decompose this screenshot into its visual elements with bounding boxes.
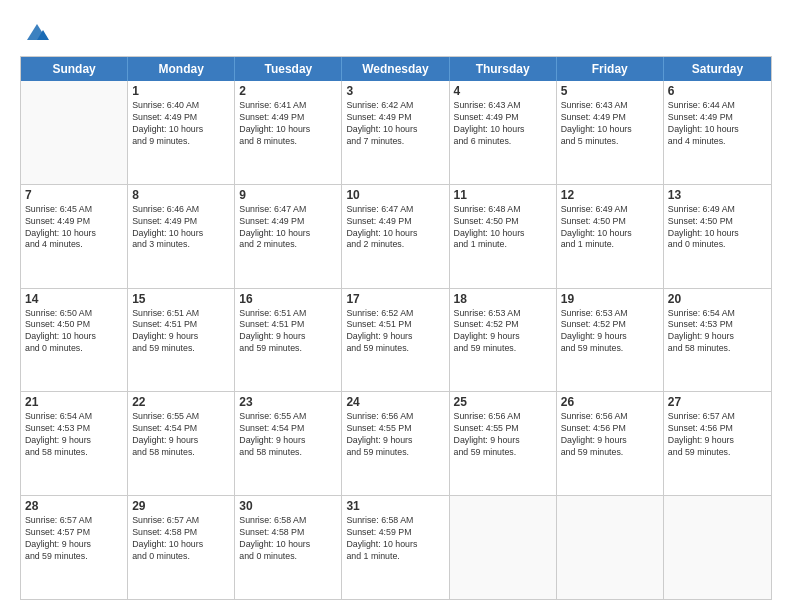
calendar-cell: 20Sunrise: 6:54 AM Sunset: 4:53 PM Dayli… bbox=[664, 289, 771, 392]
day-number: 16 bbox=[239, 292, 337, 306]
cell-info: Sunrise: 6:58 AM Sunset: 4:58 PM Dayligh… bbox=[239, 515, 337, 563]
cell-info: Sunrise: 6:47 AM Sunset: 4:49 PM Dayligh… bbox=[239, 204, 337, 252]
page: SundayMondayTuesdayWednesdayThursdayFrid… bbox=[0, 0, 792, 612]
calendar-row: 1Sunrise: 6:40 AM Sunset: 4:49 PM Daylig… bbox=[21, 81, 771, 185]
cell-info: Sunrise: 6:49 AM Sunset: 4:50 PM Dayligh… bbox=[561, 204, 659, 252]
cell-info: Sunrise: 6:57 AM Sunset: 4:56 PM Dayligh… bbox=[668, 411, 767, 459]
day-number: 5 bbox=[561, 84, 659, 98]
calendar-cell: 10Sunrise: 6:47 AM Sunset: 4:49 PM Dayli… bbox=[342, 185, 449, 288]
cell-info: Sunrise: 6:48 AM Sunset: 4:50 PM Dayligh… bbox=[454, 204, 552, 252]
cell-info: Sunrise: 6:40 AM Sunset: 4:49 PM Dayligh… bbox=[132, 100, 230, 148]
calendar-cell: 16Sunrise: 6:51 AM Sunset: 4:51 PM Dayli… bbox=[235, 289, 342, 392]
day-number: 3 bbox=[346, 84, 444, 98]
day-number: 22 bbox=[132, 395, 230, 409]
calendar-cell: 25Sunrise: 6:56 AM Sunset: 4:55 PM Dayli… bbox=[450, 392, 557, 495]
cell-info: Sunrise: 6:51 AM Sunset: 4:51 PM Dayligh… bbox=[239, 308, 337, 356]
cell-info: Sunrise: 6:43 AM Sunset: 4:49 PM Dayligh… bbox=[561, 100, 659, 148]
cell-info: Sunrise: 6:56 AM Sunset: 4:55 PM Dayligh… bbox=[346, 411, 444, 459]
cell-info: Sunrise: 6:43 AM Sunset: 4:49 PM Dayligh… bbox=[454, 100, 552, 148]
weekday-header: Wednesday bbox=[342, 57, 449, 81]
logo bbox=[20, 18, 51, 46]
day-number: 19 bbox=[561, 292, 659, 306]
cell-info: Sunrise: 6:47 AM Sunset: 4:49 PM Dayligh… bbox=[346, 204, 444, 252]
calendar-cell: 23Sunrise: 6:55 AM Sunset: 4:54 PM Dayli… bbox=[235, 392, 342, 495]
day-number: 30 bbox=[239, 499, 337, 513]
day-number: 14 bbox=[25, 292, 123, 306]
calendar-cell: 8Sunrise: 6:46 AM Sunset: 4:49 PM Daylig… bbox=[128, 185, 235, 288]
weekday-header: Monday bbox=[128, 57, 235, 81]
calendar-cell: 12Sunrise: 6:49 AM Sunset: 4:50 PM Dayli… bbox=[557, 185, 664, 288]
cell-info: Sunrise: 6:54 AM Sunset: 4:53 PM Dayligh… bbox=[668, 308, 767, 356]
cell-info: Sunrise: 6:57 AM Sunset: 4:57 PM Dayligh… bbox=[25, 515, 123, 563]
day-number: 23 bbox=[239, 395, 337, 409]
cell-info: Sunrise: 6:55 AM Sunset: 4:54 PM Dayligh… bbox=[132, 411, 230, 459]
cell-info: Sunrise: 6:46 AM Sunset: 4:49 PM Dayligh… bbox=[132, 204, 230, 252]
day-number: 10 bbox=[346, 188, 444, 202]
calendar-cell: 5Sunrise: 6:43 AM Sunset: 4:49 PM Daylig… bbox=[557, 81, 664, 184]
calendar-cell: 1Sunrise: 6:40 AM Sunset: 4:49 PM Daylig… bbox=[128, 81, 235, 184]
day-number: 21 bbox=[25, 395, 123, 409]
calendar-cell: 11Sunrise: 6:48 AM Sunset: 4:50 PM Dayli… bbox=[450, 185, 557, 288]
cell-info: Sunrise: 6:53 AM Sunset: 4:52 PM Dayligh… bbox=[561, 308, 659, 356]
day-number: 24 bbox=[346, 395, 444, 409]
calendar-cell bbox=[664, 496, 771, 599]
calendar-cell: 6Sunrise: 6:44 AM Sunset: 4:49 PM Daylig… bbox=[664, 81, 771, 184]
day-number: 11 bbox=[454, 188, 552, 202]
header bbox=[20, 18, 772, 46]
day-number: 29 bbox=[132, 499, 230, 513]
cell-info: Sunrise: 6:56 AM Sunset: 4:55 PM Dayligh… bbox=[454, 411, 552, 459]
day-number: 15 bbox=[132, 292, 230, 306]
calendar-cell: 9Sunrise: 6:47 AM Sunset: 4:49 PM Daylig… bbox=[235, 185, 342, 288]
day-number: 20 bbox=[668, 292, 767, 306]
day-number: 18 bbox=[454, 292, 552, 306]
calendar-cell: 28Sunrise: 6:57 AM Sunset: 4:57 PM Dayli… bbox=[21, 496, 128, 599]
cell-info: Sunrise: 6:42 AM Sunset: 4:49 PM Dayligh… bbox=[346, 100, 444, 148]
calendar-cell bbox=[450, 496, 557, 599]
calendar-cell: 4Sunrise: 6:43 AM Sunset: 4:49 PM Daylig… bbox=[450, 81, 557, 184]
weekday-header: Thursday bbox=[450, 57, 557, 81]
day-number: 13 bbox=[668, 188, 767, 202]
calendar-cell: 21Sunrise: 6:54 AM Sunset: 4:53 PM Dayli… bbox=[21, 392, 128, 495]
calendar-row: 28Sunrise: 6:57 AM Sunset: 4:57 PM Dayli… bbox=[21, 496, 771, 599]
calendar-row: 21Sunrise: 6:54 AM Sunset: 4:53 PM Dayli… bbox=[21, 392, 771, 496]
day-number: 25 bbox=[454, 395, 552, 409]
calendar-cell: 3Sunrise: 6:42 AM Sunset: 4:49 PM Daylig… bbox=[342, 81, 449, 184]
calendar-cell: 15Sunrise: 6:51 AM Sunset: 4:51 PM Dayli… bbox=[128, 289, 235, 392]
calendar-cell: 19Sunrise: 6:53 AM Sunset: 4:52 PM Dayli… bbox=[557, 289, 664, 392]
calendar-cell: 31Sunrise: 6:58 AM Sunset: 4:59 PM Dayli… bbox=[342, 496, 449, 599]
cell-info: Sunrise: 6:51 AM Sunset: 4:51 PM Dayligh… bbox=[132, 308, 230, 356]
day-number: 12 bbox=[561, 188, 659, 202]
calendar-cell: 26Sunrise: 6:56 AM Sunset: 4:56 PM Dayli… bbox=[557, 392, 664, 495]
calendar-cell: 24Sunrise: 6:56 AM Sunset: 4:55 PM Dayli… bbox=[342, 392, 449, 495]
cell-info: Sunrise: 6:49 AM Sunset: 4:50 PM Dayligh… bbox=[668, 204, 767, 252]
cell-info: Sunrise: 6:57 AM Sunset: 4:58 PM Dayligh… bbox=[132, 515, 230, 563]
calendar-body: 1Sunrise: 6:40 AM Sunset: 4:49 PM Daylig… bbox=[21, 81, 771, 599]
day-number: 7 bbox=[25, 188, 123, 202]
day-number: 4 bbox=[454, 84, 552, 98]
calendar-cell: 17Sunrise: 6:52 AM Sunset: 4:51 PM Dayli… bbox=[342, 289, 449, 392]
day-number: 31 bbox=[346, 499, 444, 513]
cell-info: Sunrise: 6:44 AM Sunset: 4:49 PM Dayligh… bbox=[668, 100, 767, 148]
cell-info: Sunrise: 6:54 AM Sunset: 4:53 PM Dayligh… bbox=[25, 411, 123, 459]
calendar-cell bbox=[21, 81, 128, 184]
calendar-cell: 22Sunrise: 6:55 AM Sunset: 4:54 PM Dayli… bbox=[128, 392, 235, 495]
cell-info: Sunrise: 6:50 AM Sunset: 4:50 PM Dayligh… bbox=[25, 308, 123, 356]
cell-info: Sunrise: 6:55 AM Sunset: 4:54 PM Dayligh… bbox=[239, 411, 337, 459]
calendar-cell: 7Sunrise: 6:45 AM Sunset: 4:49 PM Daylig… bbox=[21, 185, 128, 288]
weekday-header: Saturday bbox=[664, 57, 771, 81]
cell-info: Sunrise: 6:58 AM Sunset: 4:59 PM Dayligh… bbox=[346, 515, 444, 563]
day-number: 6 bbox=[668, 84, 767, 98]
calendar-cell: 13Sunrise: 6:49 AM Sunset: 4:50 PM Dayli… bbox=[664, 185, 771, 288]
cell-info: Sunrise: 6:52 AM Sunset: 4:51 PM Dayligh… bbox=[346, 308, 444, 356]
calendar-row: 14Sunrise: 6:50 AM Sunset: 4:50 PM Dayli… bbox=[21, 289, 771, 393]
calendar: SundayMondayTuesdayWednesdayThursdayFrid… bbox=[20, 56, 772, 600]
calendar-cell: 29Sunrise: 6:57 AM Sunset: 4:58 PM Dayli… bbox=[128, 496, 235, 599]
calendar-row: 7Sunrise: 6:45 AM Sunset: 4:49 PM Daylig… bbox=[21, 185, 771, 289]
logo-icon bbox=[23, 18, 51, 46]
cell-info: Sunrise: 6:53 AM Sunset: 4:52 PM Dayligh… bbox=[454, 308, 552, 356]
weekday-header: Tuesday bbox=[235, 57, 342, 81]
day-number: 8 bbox=[132, 188, 230, 202]
day-number: 1 bbox=[132, 84, 230, 98]
day-number: 28 bbox=[25, 499, 123, 513]
weekday-header: Friday bbox=[557, 57, 664, 81]
